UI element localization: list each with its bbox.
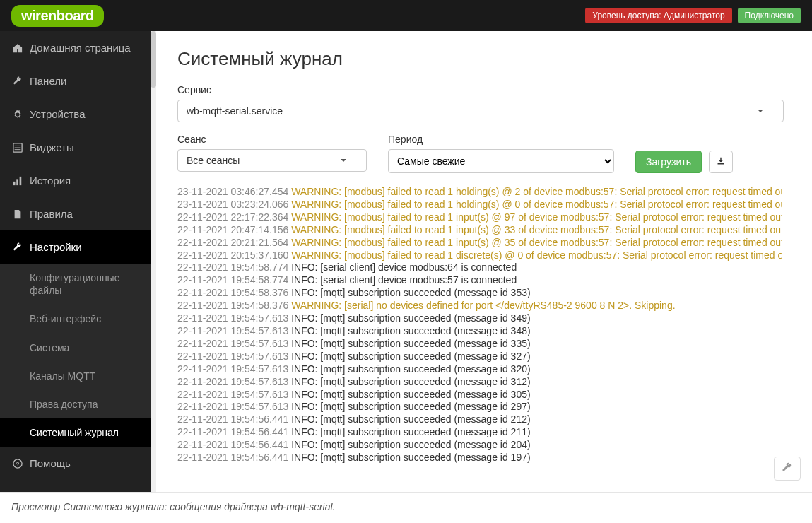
log-message: INFO: [mqtt] subscription succeeded (mes… [291, 413, 530, 425]
file-icon [13, 209, 23, 219]
service-label: Сервис [177, 84, 791, 95]
nav-help[interactable]: ? Помощь [0, 447, 151, 480]
log-message: INFO: [mqtt] subscription succeeded (mes… [291, 452, 530, 463]
subnav-config-files[interactable]: Конфигурационные файлы [0, 264, 151, 305]
log-timestamp: 22-11-2021 19:54:57.613 [177, 363, 291, 375]
floating-wrench-button[interactable] [774, 457, 801, 481]
download-icon [717, 156, 725, 168]
subnav-system-log[interactable]: Системный журнал [0, 418, 151, 447]
svg-rect-6 [20, 176, 22, 184]
log-message: INFO: [mqtt] subscription succeeded (mes… [291, 376, 530, 387]
list-icon [13, 143, 23, 153]
log-message: WARNING: [modbus] failed to read 1 holdi… [291, 186, 782, 197]
home-icon [13, 43, 23, 53]
log-message: INFO: [mqtt] subscription succeeded (mes… [291, 389, 530, 400]
log-viewer[interactable]: 23-11-2021 03:46:27.454 WARNING: [modbus… [177, 186, 791, 475]
log-scrollbar[interactable] [782, 186, 791, 475]
svg-rect-4 [13, 181, 16, 184]
log-line: 22-11-2021 19:54:57.613 INFO: [mqtt] sub… [177, 363, 782, 376]
session-select[interactable]: Все сеансы [177, 149, 367, 172]
log-message: WARNING: [serial] no devices defined for… [291, 300, 675, 311]
log-timestamp: 22-11-2021 19:54:57.613 [177, 338, 291, 349]
period-select[interactable]: Самые свежие [388, 149, 614, 173]
log-message: INFO: [mqtt] subscription succeeded (mes… [291, 426, 530, 437]
log-timestamp: 22-11-2021 19:54:57.613 [177, 389, 291, 400]
sidebar-scrollbar[interactable] [151, 31, 156, 492]
subnav-web-ui[interactable]: Веб-интерфейс [0, 305, 151, 333]
log-line: 22-11-2021 19:54:58.774 INFO: [serial cl… [177, 274, 782, 287]
download-button[interactable] [709, 151, 733, 173]
subnav-access-rights[interactable]: Права доступа [0, 390, 151, 418]
log-message: WARNING: [modbus] failed to read 1 input… [291, 211, 782, 223]
log-timestamp: 22-11-2021 19:54:56.441 [177, 426, 291, 437]
nav-panels[interactable]: Панели [0, 64, 151, 98]
log-timestamp: 22-11-2021 19:54:58.774 [177, 274, 291, 286]
subnav-system[interactable]: Система [0, 334, 151, 362]
nav-label: История [30, 175, 71, 187]
gear-icon [13, 110, 23, 119]
log-timestamp: 22-11-2021 19:54:56.441 [177, 452, 291, 463]
nav-label: Домашняя страница [30, 42, 131, 54]
log-timestamp: 23-11-2021 03:23:24.066 [177, 199, 291, 210]
log-message: INFO: [mqtt] subscription succeeded (mes… [291, 401, 530, 412]
log-line: 22-11-2021 19:54:57.613 INFO: [mqtt] sub… [177, 325, 782, 338]
nav-rules[interactable]: Правила [0, 197, 151, 230]
log-message: INFO: [mqtt] subscription succeeded (mes… [291, 287, 530, 298]
footer-caption: Просмотр Системного журнала: сообщения д… [0, 492, 812, 523]
wrench-icon [782, 462, 793, 476]
log-timestamp: 22-11-2021 19:54:58.376 [177, 300, 291, 311]
subnav-mqtt-channels[interactable]: Каналы MQTT [0, 362, 151, 390]
nav-home[interactable]: Домашняя страница [0, 31, 151, 64]
session-value: Все сеансы [187, 155, 240, 166]
log-message: INFO: [mqtt] subscription succeeded (mes… [291, 338, 530, 349]
nav-settings[interactable]: Настройки [0, 230, 151, 264]
log-line: 22-11-2021 19:54:57.613 INFO: [mqtt] sub… [177, 312, 782, 325]
log-timestamp: 22-11-2021 19:54:57.613 [177, 401, 291, 412]
caret-down-icon [341, 159, 346, 162]
log-message: INFO: [serial client] device modbus:64 i… [291, 262, 517, 273]
log-line: 22-11-2021 19:54:56.441 INFO: [mqtt] sub… [177, 413, 782, 426]
log-timestamp: 22-11-2021 20:21:21.564 [177, 237, 291, 248]
log-timestamp: 22-11-2021 19:54:56.441 [177, 439, 291, 450]
log-line: 22-11-2021 20:15:37.160 WARNING: [modbus… [177, 249, 782, 262]
log-line: 22-11-2021 22:17:22.364 WARNING: [modbus… [177, 211, 782, 224]
nav-history[interactable]: История [0, 164, 151, 197]
log-message: WARNING: [modbus] failed to read 1 input… [291, 224, 782, 235]
log-timestamp: 22-11-2021 19:54:57.613 [177, 312, 291, 324]
log-line: 23-11-2021 03:23:24.066 WARNING: [modbus… [177, 199, 782, 211]
topbar: wirenboard Уровень доступа: Администрато… [0, 0, 812, 31]
service-value: wb-mqtt-serial.service [187, 105, 283, 117]
log-message: INFO: [mqtt] subscription succeeded (mes… [291, 363, 530, 375]
wrench-icon [13, 76, 23, 86]
service-select[interactable]: wb-mqtt-serial.service [177, 100, 784, 122]
log-line: 22-11-2021 19:54:57.613 INFO: [mqtt] sub… [177, 376, 782, 389]
nav-devices[interactable]: Устройства [0, 98, 151, 131]
svg-rect-5 [16, 179, 18, 185]
log-message: INFO: [mqtt] subscription succeeded (mes… [291, 351, 530, 362]
period-label: Период [388, 134, 614, 145]
log-timestamp: 22-11-2021 19:54:57.613 [177, 325, 291, 336]
nav-label: Правила [30, 208, 73, 220]
settings-submenu: Конфигурационные файлы Веб-интерфейс Сис… [0, 264, 151, 447]
log-message: INFO: [mqtt] subscription succeeded (mes… [291, 325, 530, 336]
question-icon: ? [13, 459, 23, 469]
log-timestamp: 22-11-2021 19:54:58.376 [177, 287, 291, 298]
log-timestamp: 22-11-2021 20:15:37.160 [177, 249, 291, 261]
load-button[interactable]: Загрузить [635, 151, 702, 173]
log-message: INFO: [serial client] device modbus:57 i… [291, 274, 517, 286]
nav-widgets[interactable]: Виджеты [0, 131, 151, 164]
session-label: Сеанс [177, 134, 367, 145]
nav-label: Панели [30, 75, 66, 87]
access-level-badge[interactable]: Уровень доступа: Администратор [585, 8, 731, 23]
log-line: 22-11-2021 19:54:58.376 INFO: [mqtt] sub… [177, 287, 782, 300]
log-message: INFO: [mqtt] subscription succeeded (mes… [291, 312, 530, 324]
log-timestamp: 22-11-2021 19:54:56.441 [177, 413, 291, 425]
log-message: WARNING: [modbus] failed to read 1 holdi… [291, 199, 782, 210]
log-timestamp: 22-11-2021 19:54:57.613 [177, 351, 291, 362]
sidebar: Домашняя страница Панели Устройства Видж… [0, 31, 151, 492]
log-line: 22-11-2021 19:54:56.441 INFO: [mqtt] sub… [177, 439, 782, 452]
wrench-icon [13, 242, 23, 252]
log-line: 22-11-2021 19:54:57.613 INFO: [mqtt] sub… [177, 389, 782, 401]
nav-label: Помощь [30, 457, 71, 469]
log-timestamp: 23-11-2021 03:46:27.454 [177, 186, 291, 197]
